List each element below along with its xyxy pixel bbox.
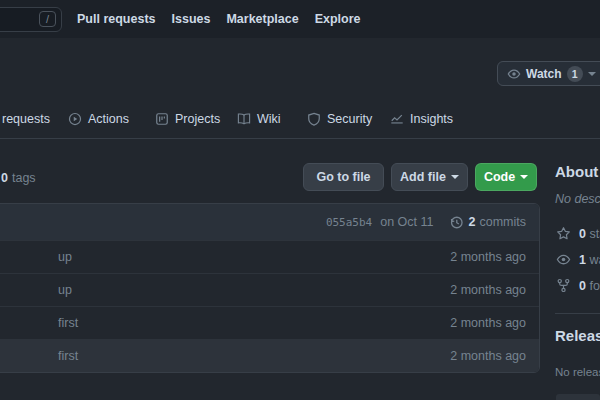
tab-label: Actions bbox=[88, 112, 129, 126]
chevron-down-icon bbox=[588, 72, 596, 76]
commits-count[interactable]: 2 bbox=[469, 215, 476, 229]
stars-link[interactable]: 0 stars bbox=[556, 226, 600, 241]
tags-label: tags bbox=[12, 171, 36, 185]
table-row: up 2 months ago bbox=[0, 240, 539, 273]
tab-insights[interactable]: Insights bbox=[390, 100, 453, 138]
nav-marketplace[interactable]: Marketplace bbox=[226, 12, 298, 26]
shield-icon bbox=[307, 112, 321, 126]
tab-label: requests bbox=[2, 112, 50, 126]
table-row: first 2 months ago bbox=[0, 306, 539, 339]
add-file-label: Add file bbox=[400, 170, 446, 184]
watch-label: Watch bbox=[526, 67, 562, 81]
forks-count: 0 bbox=[579, 279, 586, 293]
watching-link[interactable]: 1 watching bbox=[556, 252, 600, 267]
go-to-file-button[interactable]: Go to file bbox=[303, 163, 384, 191]
tags-count: 0 bbox=[1, 171, 8, 185]
nav-pull-requests[interactable]: Pull requests bbox=[77, 12, 156, 26]
tab-wiki[interactable]: Wiki bbox=[237, 100, 281, 138]
tab-actions[interactable]: Actions bbox=[68, 100, 129, 138]
commit-age: 2 months ago bbox=[450, 349, 526, 363]
fork-icon bbox=[556, 278, 571, 293]
commit-message-link[interactable]: up bbox=[58, 283, 450, 297]
nav-explore[interactable]: Explore bbox=[315, 12, 361, 26]
add-file-button[interactable]: Add file bbox=[391, 163, 468, 191]
releases-empty-text: No releases bbox=[555, 366, 600, 378]
latest-commit-bar: 055a5b4 on Oct 11 2 commits bbox=[0, 204, 539, 240]
file-table: 055a5b4 on Oct 11 2 commits up 2 months … bbox=[0, 203, 540, 373]
commit-age: 2 months ago bbox=[450, 250, 526, 264]
tab-projects[interactable]: Projects bbox=[155, 100, 220, 138]
tab-label: Security bbox=[327, 112, 372, 126]
project-icon bbox=[155, 112, 169, 126]
sidebar-bottom-box bbox=[556, 394, 600, 400]
code-button[interactable]: Code bbox=[475, 163, 537, 191]
watch-button[interactable]: Watch 1 bbox=[497, 61, 600, 86]
table-row: first 2 months ago bbox=[0, 339, 539, 372]
history-icon[interactable] bbox=[449, 215, 464, 230]
play-circle-icon bbox=[68, 112, 82, 126]
forks-label: forks bbox=[589, 279, 600, 293]
eye-icon bbox=[556, 252, 571, 267]
commit-message-link[interactable]: up bbox=[58, 250, 450, 264]
top-nav-bar: / Pull requests Issues Marketplace Explo… bbox=[0, 0, 600, 38]
stars-count: 0 bbox=[579, 227, 586, 241]
watching-count: 1 bbox=[579, 253, 586, 267]
about-heading: About bbox=[555, 163, 598, 180]
commits-label[interactable]: commits bbox=[479, 215, 526, 229]
go-to-file-label: Go to file bbox=[316, 170, 370, 184]
tab-security[interactable]: Security bbox=[307, 100, 372, 138]
nav-issues[interactable]: Issues bbox=[172, 12, 211, 26]
repo-description: No description bbox=[555, 192, 600, 206]
commit-date: on Oct 11 bbox=[380, 215, 433, 229]
chevron-down-icon bbox=[520, 175, 528, 179]
tab-pull-requests[interactable]: requests bbox=[2, 100, 50, 138]
releases-heading: Releases bbox=[555, 327, 600, 344]
search-input[interactable]: / bbox=[0, 7, 62, 32]
graph-icon bbox=[390, 112, 404, 126]
commit-age: 2 months ago bbox=[450, 316, 526, 330]
watching-label: watching bbox=[589, 253, 600, 267]
star-icon bbox=[556, 226, 571, 241]
tab-label: Wiki bbox=[257, 112, 281, 126]
github-repo-page: / Pull requests Issues Marketplace Explo… bbox=[0, 0, 600, 400]
chevron-down-icon bbox=[451, 175, 459, 179]
forks-link[interactable]: 0 forks bbox=[556, 278, 600, 293]
watch-count-badge: 1 bbox=[567, 66, 583, 82]
table-row: up 2 months ago bbox=[0, 273, 539, 306]
commit-hash-link[interactable]: 055a5b4 bbox=[326, 216, 372, 229]
tab-label: Insights bbox=[410, 112, 453, 126]
sidebar-divider bbox=[555, 313, 600, 314]
book-icon bbox=[237, 112, 251, 126]
slash-shortcut-key: / bbox=[39, 11, 56, 27]
commit-age: 2 months ago bbox=[450, 283, 526, 297]
commit-message-link[interactable]: first bbox=[58, 316, 450, 330]
tab-label: Projects bbox=[175, 112, 220, 126]
tags-link[interactable]: 0 tags bbox=[0, 170, 36, 185]
stars-label: stars bbox=[589, 227, 600, 241]
top-nav-links: Pull requests Issues Marketplace Explore bbox=[77, 0, 361, 38]
eye-icon bbox=[507, 67, 521, 81]
commit-message-link[interactable]: first bbox=[58, 349, 450, 363]
code-label: Code bbox=[484, 170, 515, 184]
repo-tab-bar: requests Actions Projects Wiki Security … bbox=[0, 100, 600, 139]
